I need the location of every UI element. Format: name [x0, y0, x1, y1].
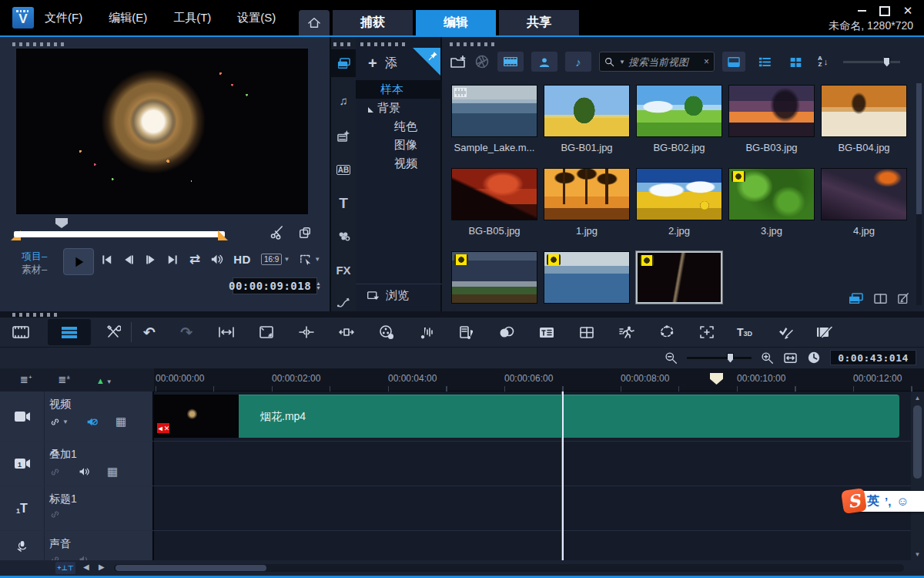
- title-gallery-icon[interactable]: T: [331, 190, 356, 217]
- tab-capture[interactable]: 捕获: [333, 10, 413, 35]
- duration-clock-icon[interactable]: [807, 351, 821, 365]
- timeline-view-icon[interactable]: [48, 319, 91, 345]
- tree-item-solid[interactable]: 纯色: [356, 117, 442, 136]
- scroll-left-icon[interactable]: ◀: [83, 563, 89, 571]
- scroll-right-icon[interactable]: ▶: [99, 563, 105, 571]
- timeline-horizontal-scrollbar[interactable]: [114, 564, 904, 572]
- customize-motion-icon[interactable]: [657, 325, 677, 339]
- voice-track-content[interactable]: [154, 531, 924, 560]
- media-thumbnail[interactable]: [636, 168, 722, 220]
- media-item[interactable]: BG-B02.jpg: [633, 83, 725, 166]
- tree-item-video[interactable]: 视频: [356, 154, 442, 173]
- play-button[interactable]: [63, 248, 94, 275]
- track-mute-icon[interactable]: [85, 416, 99, 428]
- media-thumbnail[interactable]: [544, 251, 630, 304]
- transition-gallery-icon[interactable]: AB: [331, 156, 356, 183]
- voice-track-header[interactable]: 声音: [0, 531, 154, 560]
- library-media-view-icon[interactable]: [848, 292, 864, 305]
- scroll-up-icon[interactable]: ▲: [911, 391, 924, 404]
- record-capture-icon[interactable]: [377, 324, 397, 340]
- swap-tracks-button[interactable]: +⊥⊤: [55, 562, 75, 574]
- library-scrollbar[interactable]: [916, 83, 922, 305]
- prev-frame-icon[interactable]: [122, 254, 135, 265]
- track-manager-icon[interactable]: ≣+: [20, 374, 32, 385]
- ime-language-toggle[interactable]: 英: [867, 493, 879, 509]
- add-track-icon[interactable]: ≣±: [59, 374, 70, 385]
- marquee-dropdown-icon[interactable]: ▼: [314, 256, 320, 263]
- track-transparency-icon[interactable]: ▦: [107, 465, 118, 479]
- filter-videos-button[interactable]: [497, 52, 524, 72]
- aspect-ratio-button[interactable]: 16:9: [261, 254, 282, 265]
- video-preview[interactable]: [16, 49, 308, 214]
- search-box[interactable]: ▼ ×: [599, 52, 715, 72]
- mode-project-label[interactable]: 项目–: [22, 250, 47, 263]
- media-thumbnail[interactable]: [544, 85, 630, 137]
- marquee-tool-icon[interactable]: [300, 254, 313, 265]
- link-icon[interactable]: [49, 467, 61, 477]
- capture-options-icon[interactable]: [474, 54, 490, 69]
- close-button[interactable]: ✕: [902, 6, 913, 15]
- horizontal-scrollbar-thumb[interactable]: [116, 565, 266, 571]
- scene-view-button[interactable]: [722, 52, 745, 72]
- panel-drag-handle[interactable]: [12, 42, 68, 46]
- library-scrollbar-thumb[interactable]: [916, 83, 922, 214]
- fit-project-icon[interactable]: [256, 325, 276, 339]
- volume-icon[interactable]: [210, 254, 223, 265]
- ime-emoji-icon[interactable]: ☺: [896, 495, 909, 509]
- subtitle-editor-icon[interactable]: [537, 326, 557, 339]
- sound-mixer-icon[interactable]: [417, 325, 437, 339]
- undo-icon[interactable]: ↶: [139, 324, 159, 341]
- media-item[interactable]: 4.jpg: [818, 166, 910, 250]
- link-icon[interactable]: ▼: [49, 417, 69, 427]
- media-item[interactable]: BG-B05.jpg: [448, 166, 541, 250]
- go-end-icon[interactable]: [167, 254, 179, 265]
- search-dropdown-icon[interactable]: ▼: [619, 59, 625, 66]
- playhead-line[interactable]: [562, 391, 564, 560]
- media-thumbnail[interactable]: [544, 168, 630, 220]
- timeline-drag-handle[interactable]: [12, 313, 60, 317]
- search-clear-icon[interactable]: ×: [704, 56, 709, 67]
- overlay-options-icon[interactable]: [497, 326, 517, 338]
- tree-item-samples[interactable]: 样本: [356, 80, 442, 99]
- track-sound-icon[interactable]: [78, 466, 90, 477]
- tab-edit[interactable]: 编辑: [416, 10, 496, 35]
- go-start-icon[interactable]: [100, 254, 112, 265]
- trim-track[interactable]: [14, 231, 225, 237]
- timeline-vertical-scrollbar[interactable]: ▲ ▼: [911, 391, 924, 560]
- preview-timecode[interactable]: 00:00:09:018 ▲▼: [233, 277, 317, 294]
- thumbnail-size-slider[interactable]: [843, 61, 900, 63]
- scrubber-handle[interactable]: [55, 218, 68, 228]
- link-icon[interactable]: [49, 509, 61, 519]
- aspect-dropdown-icon[interactable]: ▼: [283, 256, 290, 263]
- graphics-gallery-icon[interactable]: [331, 222, 356, 250]
- strip-drag-handle[interactable]: [333, 42, 353, 46]
- multicam-editor-icon[interactable]: [814, 325, 834, 339]
- media-thumbnail[interactable]: [451, 85, 537, 137]
- redo-icon[interactable]: ↷: [176, 324, 196, 341]
- video-track-header[interactable]: 视频 ▼ ▦: [0, 391, 154, 441]
- tree-item-image[interactable]: 图像: [356, 136, 442, 154]
- stretch-clip-icon[interactable]: [336, 326, 357, 338]
- storyboard-view-icon[interactable]: [11, 325, 31, 339]
- split-at-playhead-icon[interactable]: [296, 326, 316, 338]
- audio-gallery-icon[interactable]: ♫: [331, 86, 356, 114]
- instant-project-icon[interactable]: [331, 122, 356, 150]
- timeline-clip[interactable]: 烟花.mp4: [239, 395, 899, 438]
- hd-toggle[interactable]: HD: [233, 253, 251, 266]
- media-item[interactable]: 1.jpg: [541, 166, 633, 250]
- repeat-icon[interactable]: ⇄: [189, 251, 200, 267]
- video-track-content[interactable]: ◄✕ 烟花.mp4: [154, 391, 924, 441]
- title-track-header[interactable]: 1T 标题1: [0, 486, 154, 530]
- fit-timeline-icon[interactable]: [783, 352, 798, 364]
- draw-check-icon[interactable]: [775, 326, 795, 339]
- media-item[interactable]: 2.jpg: [633, 166, 725, 250]
- playhead-marker[interactable]: [710, 373, 723, 385]
- home-button[interactable]: [299, 10, 330, 35]
- filter-audio-button[interactable]: ♪: [565, 52, 591, 72]
- vertical-scrollbar-thumb[interactable]: [913, 405, 922, 479]
- mask-creator-icon[interactable]: [697, 325, 717, 339]
- 3d-title-editor-icon[interactable]: T3D: [737, 326, 752, 338]
- menu-file[interactable]: 文件(F): [45, 11, 82, 25]
- media-item[interactable]: BG-B04.jpg: [818, 83, 910, 166]
- ime-punctuation-toggle[interactable]: ’,: [885, 495, 891, 508]
